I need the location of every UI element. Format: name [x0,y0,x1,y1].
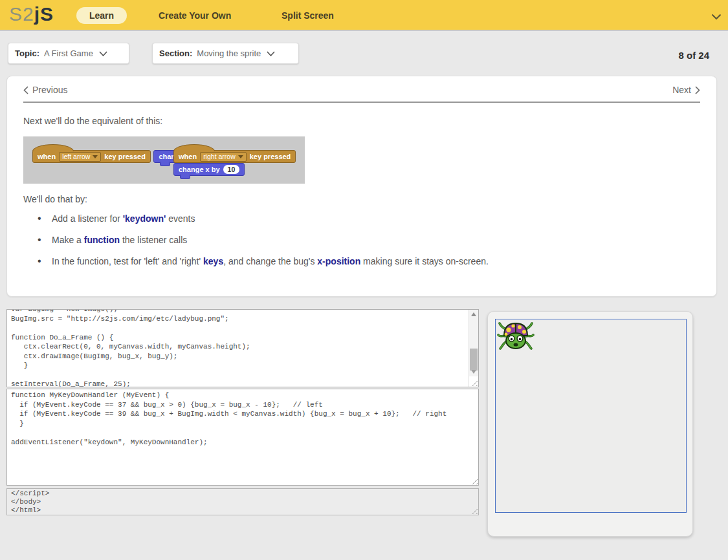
when-label: when [38,153,56,160]
logo-part-s2: S2 [9,3,34,25]
code-editor-handler[interactable]: function MyKeyDownHandler (MyEvent) { if… [6,389,479,486]
game-canvas [495,319,687,513]
keyword-segment: x-position [317,256,360,266]
text-segment: the listener calls [120,235,187,245]
text-segment: making sure it stays on-screen. [360,256,489,266]
dropdown-arrow-icon [238,155,243,158]
keyword-segment: function [84,235,120,245]
scroll-down-icon[interactable] [471,370,476,374]
text-segment: events [166,213,195,224]
code-editor-closing-tags[interactable]: </script> </body> </html> [6,488,479,515]
section-label: Section: [159,48,192,58]
key-dropdown: right arrow [200,152,247,162]
nav-label: Learn [89,10,114,21]
list-item: Make a function the listener calls [38,235,489,245]
keyword-segment: 'keydown' [123,213,166,224]
chevron-down-icon[interactable] [711,10,722,22]
chevron-right-icon [695,86,700,94]
scroll-up-icon[interactable] [471,312,476,316]
list-item: Add a listener for 'keydown' events [38,213,489,224]
code-editor-setup[interactable]: var BugImg = new Image(); BugImg.src = "… [6,309,479,387]
chevron-down-icon [99,48,107,59]
topic-dropdown[interactable]: Topic: A First Game [8,43,129,64]
logo[interactable]: S2jS [9,3,54,25]
text-segment: In the function, test for 'left' and 'ri… [52,256,203,266]
page-counter: 8 of 24 [678,50,709,61]
change-label: change x by [179,166,220,173]
scrollbar-thumb[interactable] [470,349,478,371]
list-item: In the function, test for 'left' and 'ri… [38,256,489,266]
vertical-scrollbar[interactable] [469,310,478,387]
pressed-label: key pressed [104,153,146,160]
text-segment: Make a [52,235,84,245]
text-segment: , and change the bug's [223,256,317,266]
key-value: left arrow [62,153,90,160]
preview-panel [487,311,693,537]
when-key-pressed-block: when right arrow key pressed [173,150,296,163]
text-segment: Add a listener for [52,213,123,224]
section-dropdown[interactable]: Section: Moving the sprite [152,43,299,64]
nav-item-create-your-own[interactable]: Create Your Own [159,10,231,21]
dropdown-arrow-icon [93,155,98,158]
code-text: </script> </body> </html> [7,489,478,515]
previous-button[interactable]: Previous [23,85,67,95]
when-label: when [179,153,197,160]
nav-item-split-screen[interactable]: Split Screen [281,10,334,21]
ladybug-sprite [497,320,535,351]
change-value: 10 [223,165,240,174]
hat-dome-shape [173,144,215,151]
keyword-segment: keys [203,256,223,266]
scratch-blocks-image: when left arrow key pressed change x by … [23,136,305,184]
nav-item-learn[interactable]: Learn [76,7,127,24]
lesson-card: Previous Next Next we'll do the equivale… [6,76,717,297]
app-header: S2jS Learn Create Your Own Split Screen [0,0,728,31]
code-text: var BugImg = new Image(); BugImg.src = "… [7,309,478,387]
divider [23,102,700,103]
code-text: function MyKeyDownHandler (MyEvent) { if… [7,389,478,448]
next-label: Next [672,85,691,95]
chevron-down-icon [267,48,275,59]
previous-label: Previous [32,85,67,95]
resize-handle[interactable] [470,477,478,484]
bullet-list: Add a listener for 'keydown' events Make… [38,213,489,277]
section-value: Moving the sprite [197,48,261,58]
pressed-label: key pressed [250,153,291,160]
by-line-text: We'll do that by: [23,194,87,204]
next-button[interactable]: Next [672,85,700,95]
logo-part-js: jS [34,3,54,25]
scratch-stack-right: when right arrow key pressed change x by… [173,150,305,176]
hat-dome-shape [32,144,74,151]
topic-value: A First Game [44,48,93,58]
topic-label: Topic: [15,48,39,58]
change-x-block: change x by 10 [173,163,245,176]
nav-label: Split Screen [281,10,334,21]
key-value: right arrow [203,153,236,160]
when-key-pressed-block: when left arrow key pressed [32,150,151,163]
nav-label: Create Your Own [159,10,231,21]
chevron-left-icon [23,86,28,94]
key-dropdown: left arrow [59,152,101,162]
intro-text: Next we'll do the equivalent of this: [23,116,162,126]
